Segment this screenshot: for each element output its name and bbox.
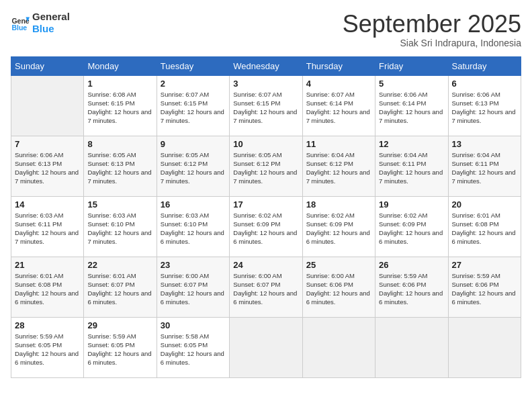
calendar-cell: 16Sunrise: 6:03 AMSunset: 6:10 PMDayligh… <box>157 196 229 257</box>
day-info: Sunrise: 6:01 AMSunset: 6:08 PMDaylight:… <box>15 271 80 307</box>
day-number: 3 <box>233 79 298 89</box>
calendar-cell: 29Sunrise: 5:59 AMSunset: 6:05 PMDayligh… <box>84 317 157 377</box>
day-number: 4 <box>306 79 371 89</box>
day-number: 2 <box>161 79 226 89</box>
calendar-cell: 19Sunrise: 6:02 AMSunset: 6:09 PMDayligh… <box>375 196 448 257</box>
page-header: General Blue General Blue September 2025… <box>11 11 521 48</box>
day-info: Sunrise: 6:00 AMSunset: 6:06 PMDaylight:… <box>306 271 371 307</box>
calendar-week-3: 14Sunrise: 6:03 AMSunset: 6:11 PMDayligh… <box>11 196 521 257</box>
day-number: 10 <box>233 139 298 149</box>
day-info: Sunrise: 6:02 AMSunset: 6:09 PMDaylight:… <box>306 211 371 246</box>
calendar-cell <box>230 317 302 377</box>
calendar-week-2: 7Sunrise: 6:06 AMSunset: 6:13 PMDaylight… <box>11 136 521 196</box>
calendar-cell: 11Sunrise: 6:04 AMSunset: 6:12 PMDayligh… <box>302 136 375 196</box>
day-number: 16 <box>161 199 226 210</box>
day-number: 26 <box>379 260 444 270</box>
day-number: 20 <box>452 199 517 210</box>
calendar-week-5: 28Sunrise: 5:59 AMSunset: 6:05 PMDayligh… <box>11 317 521 377</box>
calendar-cell: 27Sunrise: 5:59 AMSunset: 6:06 PMDayligh… <box>448 257 521 317</box>
day-info: Sunrise: 6:00 AMSunset: 6:07 PMDaylight:… <box>233 271 298 307</box>
day-number: 18 <box>306 199 371 210</box>
day-info: Sunrise: 6:03 AMSunset: 6:11 PMDaylight:… <box>15 211 80 246</box>
calendar-cell: 13Sunrise: 6:04 AMSunset: 6:11 PMDayligh… <box>448 136 521 196</box>
calendar-cell: 15Sunrise: 6:03 AMSunset: 6:10 PMDayligh… <box>84 196 157 257</box>
weekday-header-friday: Friday <box>375 56 448 75</box>
calendar-cell: 18Sunrise: 6:02 AMSunset: 6:09 PMDayligh… <box>302 196 375 257</box>
logo-line1: General <box>32 11 70 23</box>
weekday-header-row: SundayMondayTuesdayWednesdayThursdayFrid… <box>11 56 521 75</box>
day-number: 22 <box>87 260 152 270</box>
calendar-cell: 28Sunrise: 5:59 AMSunset: 6:05 PMDayligh… <box>11 317 84 377</box>
day-number: 8 <box>87 139 152 149</box>
day-number: 29 <box>87 320 152 330</box>
logo-icon: General Blue <box>11 13 30 32</box>
day-info: Sunrise: 6:07 AMSunset: 6:15 PMDaylight:… <box>161 90 226 126</box>
day-number: 11 <box>306 139 371 149</box>
day-number: 12 <box>379 139 444 149</box>
day-info: Sunrise: 6:02 AMSunset: 6:09 PMDaylight:… <box>233 211 298 246</box>
day-info: Sunrise: 6:08 AMSunset: 6:15 PMDaylight:… <box>87 90 152 126</box>
logo-line2: Blue <box>32 23 70 35</box>
calendar-cell: 7Sunrise: 6:06 AMSunset: 6:13 PMDaylight… <box>11 136 84 196</box>
day-number: 7 <box>15 139 80 149</box>
calendar-cell: 21Sunrise: 6:01 AMSunset: 6:08 PMDayligh… <box>11 257 84 317</box>
day-info: Sunrise: 6:06 AMSunset: 6:13 PMDaylight:… <box>15 150 80 186</box>
calendar-cell: 3Sunrise: 6:07 AMSunset: 6:15 PMDaylight… <box>230 75 302 136</box>
svg-text:Blue: Blue <box>11 24 27 32</box>
day-info: Sunrise: 6:07 AMSunset: 6:14 PMDaylight:… <box>306 90 371 126</box>
calendar-cell: 26Sunrise: 5:59 AMSunset: 6:06 PMDayligh… <box>375 257 448 317</box>
calendar-week-4: 21Sunrise: 6:01 AMSunset: 6:08 PMDayligh… <box>11 257 521 317</box>
calendar-body: 1Sunrise: 6:08 AMSunset: 6:15 PMDaylight… <box>11 75 521 377</box>
calendar-cell: 30Sunrise: 5:58 AMSunset: 6:05 PMDayligh… <box>157 317 229 377</box>
day-number: 1 <box>87 79 152 89</box>
calendar-cell: 5Sunrise: 6:06 AMSunset: 6:14 PMDaylight… <box>375 75 448 136</box>
day-number: 14 <box>15 199 80 210</box>
calendar-cell <box>11 75 84 136</box>
weekday-header-thursday: Thursday <box>302 56 375 75</box>
title-area: September 2025 Siak Sri Indrapura, Indon… <box>343 11 521 48</box>
location-subtitle: Siak Sri Indrapura, Indonesia <box>343 38 521 48</box>
weekday-header-monday: Monday <box>84 56 157 75</box>
month-title: September 2025 <box>343 11 521 38</box>
logo: General Blue General Blue <box>11 11 70 35</box>
day-info: Sunrise: 6:04 AMSunset: 6:12 PMDaylight:… <box>306 150 371 186</box>
day-number: 13 <box>452 139 517 149</box>
calendar-cell: 25Sunrise: 6:00 AMSunset: 6:06 PMDayligh… <box>302 257 375 317</box>
day-info: Sunrise: 6:07 AMSunset: 6:15 PMDaylight:… <box>233 90 298 126</box>
day-info: Sunrise: 6:04 AMSunset: 6:11 PMDaylight:… <box>452 150 517 186</box>
calendar-cell: 8Sunrise: 6:05 AMSunset: 6:13 PMDaylight… <box>84 136 157 196</box>
day-info: Sunrise: 6:03 AMSunset: 6:10 PMDaylight:… <box>161 211 226 246</box>
day-info: Sunrise: 6:06 AMSunset: 6:14 PMDaylight:… <box>379 90 444 126</box>
calendar-cell: 2Sunrise: 6:07 AMSunset: 6:15 PMDaylight… <box>157 75 229 136</box>
day-info: Sunrise: 6:04 AMSunset: 6:11 PMDaylight:… <box>379 150 444 186</box>
weekday-header-tuesday: Tuesday <box>157 56 229 75</box>
calendar-cell <box>448 317 521 377</box>
day-info: Sunrise: 6:01 AMSunset: 6:07 PMDaylight:… <box>87 271 152 307</box>
calendar-cell: 9Sunrise: 6:05 AMSunset: 6:12 PMDaylight… <box>157 136 229 196</box>
day-info: Sunrise: 5:59 AMSunset: 6:05 PMDaylight:… <box>15 332 80 367</box>
calendar-cell <box>302 317 375 377</box>
calendar-cell <box>375 317 448 377</box>
calendar-cell: 23Sunrise: 6:00 AMSunset: 6:07 PMDayligh… <box>157 257 229 317</box>
day-info: Sunrise: 6:05 AMSunset: 6:12 PMDaylight:… <box>161 150 226 186</box>
day-info: Sunrise: 5:59 AMSunset: 6:05 PMDaylight:… <box>87 332 152 367</box>
day-info: Sunrise: 5:59 AMSunset: 6:06 PMDaylight:… <box>452 271 517 307</box>
calendar-cell: 17Sunrise: 6:02 AMSunset: 6:09 PMDayligh… <box>230 196 302 257</box>
day-info: Sunrise: 6:05 AMSunset: 6:12 PMDaylight:… <box>233 150 298 186</box>
calendar-cell: 24Sunrise: 6:00 AMSunset: 6:07 PMDayligh… <box>230 257 302 317</box>
day-number: 30 <box>161 320 226 330</box>
day-info: Sunrise: 5:58 AMSunset: 6:05 PMDaylight:… <box>161 332 226 367</box>
calendar-cell: 22Sunrise: 6:01 AMSunset: 6:07 PMDayligh… <box>84 257 157 317</box>
day-number: 19 <box>379 199 444 210</box>
calendar-cell: 20Sunrise: 6:01 AMSunset: 6:08 PMDayligh… <box>448 196 521 257</box>
day-number: 9 <box>161 139 226 149</box>
calendar-cell: 10Sunrise: 6:05 AMSunset: 6:12 PMDayligh… <box>230 136 302 196</box>
day-number: 6 <box>452 79 517 89</box>
day-info: Sunrise: 5:59 AMSunset: 6:06 PMDaylight:… <box>379 271 444 307</box>
day-number: 17 <box>233 199 298 210</box>
day-number: 5 <box>379 79 444 89</box>
day-info: Sunrise: 6:01 AMSunset: 6:08 PMDaylight:… <box>452 211 517 246</box>
calendar-cell: 12Sunrise: 6:04 AMSunset: 6:11 PMDayligh… <box>375 136 448 196</box>
calendar-week-1: 1Sunrise: 6:08 AMSunset: 6:15 PMDaylight… <box>11 75 521 136</box>
day-number: 21 <box>15 260 80 270</box>
